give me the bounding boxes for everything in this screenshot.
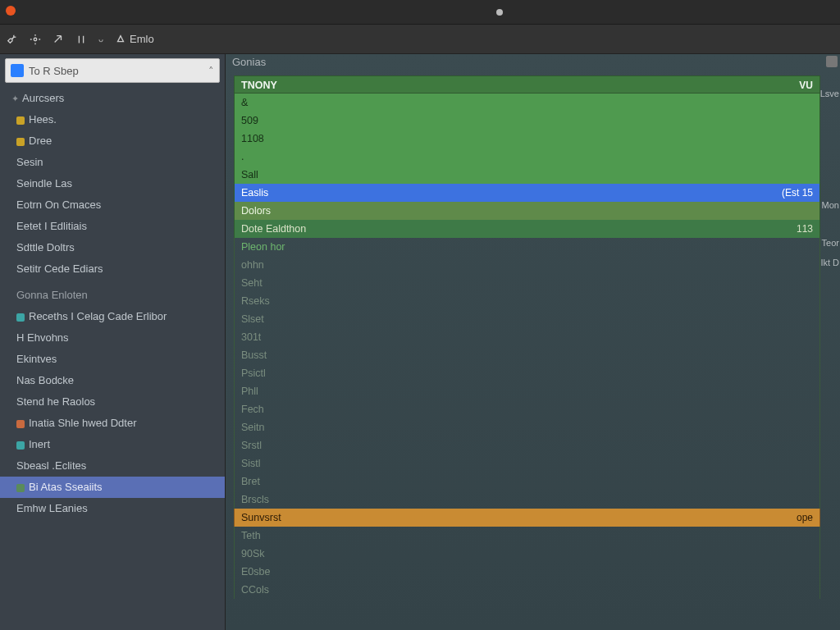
cell-left: . <box>241 148 244 166</box>
folder-icon <box>16 484 25 492</box>
rail-label-2[interactable]: Mon <box>822 200 839 210</box>
grid-row[interactable]: ohhn <box>234 256 820 274</box>
tool-tiny-icon[interactable]: ᴗ <box>98 34 103 43</box>
cell-left: 509 <box>241 112 258 130</box>
search-glyph-icon <box>11 64 24 77</box>
sidebar-item[interactable]: Hees. <box>0 109 225 130</box>
sidebar-item[interactable]: ✦Aurcsers <box>0 88 225 109</box>
sidebar-item-label: Setitr Cede Ediars <box>16 262 103 275</box>
grid-row[interactable]: Brscls <box>234 491 820 509</box>
grid-row[interactable]: 90Sk <box>234 545 820 563</box>
sidebar-item[interactable]: Seindle Las <box>0 173 225 194</box>
sidebar-item-label: Dree <box>29 135 52 147</box>
sidebar-item[interactable]: Receths I Celag Cade Erlibor <box>0 306 225 327</box>
grid-row[interactable]: Seht <box>234 274 820 292</box>
sidebar-item[interactable]: Eetet I Edlitiais <box>0 216 225 237</box>
cell-left: Sistl <box>241 454 261 472</box>
sidebar-item[interactable]: Bi Atas Sseaiits <box>0 477 225 498</box>
cell-left: CCols <box>241 581 269 599</box>
grid-row[interactable]: Rseks <box>234 292 820 310</box>
sidebar-item[interactable]: Dree <box>0 130 225 152</box>
sidebar-item-label: Bi Atas Sseaiits <box>29 481 103 493</box>
pause-icon[interactable] <box>75 34 87 45</box>
sidebar-item-label: Inert <box>29 438 50 450</box>
grid-row[interactable]: 509 <box>234 112 820 130</box>
grid-row[interactable]: E0sbe <box>234 563 820 581</box>
grid-row[interactable]: Phll <box>234 382 820 400</box>
rail-label-4[interactable]: Ikt D <box>820 258 839 267</box>
grid-row[interactable]: 301t <box>234 328 820 346</box>
sidebar-item-label: Eotrn On Cmaces <box>16 199 101 211</box>
sidebar-item[interactable]: Gonna Enloten <box>0 285 225 306</box>
sidebar-item[interactable]: Emhw LEanies <box>0 498 225 519</box>
sidebar-item-label: Aurcsers <box>22 92 64 104</box>
sidebar-item[interactable]: Sbeasl .Eclites <box>0 455 225 477</box>
grid-row[interactable]: Sall <box>234 166 820 184</box>
grid-row[interactable]: CCols <box>234 581 820 599</box>
arrow-up-icon[interactable] <box>52 34 64 45</box>
cell-left: 1108 <box>241 130 264 148</box>
cell-left: Bret <box>241 472 260 491</box>
svg-point-0 <box>34 38 37 41</box>
sidebar-item[interactable]: Stend he Raolos <box>0 391 225 413</box>
grid-row[interactable]: Bret <box>234 472 820 491</box>
grid-row[interactable]: & <box>234 94 820 112</box>
grid-row[interactable]: Slset <box>234 310 820 328</box>
cell-left: Busst <box>241 346 267 364</box>
title-bar[interactable] <box>0 0 840 25</box>
toolbar-menu[interactable]: Emlo <box>115 33 154 45</box>
grid-subheader[interactable]: Dote Ealdthon113 <box>234 220 820 238</box>
window-close-icon[interactable] <box>6 6 16 16</box>
grid-row[interactable]: . <box>234 148 820 166</box>
sidebar-item[interactable]: Nas Bodcke <box>0 370 225 391</box>
cell-left: Easlis <box>241 184 268 202</box>
sidebar-item[interactable]: H Ehvohns <box>0 327 225 349</box>
grid-row[interactable]: Busst <box>234 346 820 364</box>
sidebar-item[interactable]: Sesin <box>0 152 225 173</box>
cell-left: Sunvsrst <box>241 509 281 527</box>
grid-row[interactable]: Fech <box>234 400 820 418</box>
sidebar-item[interactable]: Eotrn On Cmaces <box>0 194 225 216</box>
sidebar-item[interactable]: Ekintves <box>0 349 225 370</box>
folder-icon <box>16 313 25 322</box>
grid-view: TNONYVU&5091108.SallEaslis(Est 15DolorsD… <box>234 75 820 599</box>
toolbar: ᴗ Emlo <box>0 25 840 54</box>
rail-icon[interactable] <box>826 56 838 67</box>
cell-left: Phll <box>241 382 258 400</box>
sidebar-item[interactable]: Inert <box>0 434 225 455</box>
grid-row[interactable]: Seitn <box>234 418 820 436</box>
grid-row[interactable]: 1108 <box>234 130 820 148</box>
sidebar-item-label: Seindle Las <box>16 177 72 189</box>
grid-row[interactable]: Psictl <box>234 364 820 382</box>
cell-left: & <box>241 94 248 112</box>
grid-row-selected[interactable]: Easlis(Est 15 <box>234 184 820 202</box>
search-box[interactable]: To R Sbep ˄ <box>5 58 220 83</box>
cell-left: E0sbe <box>241 563 270 581</box>
sidebar-item-label: Stend he Raolos <box>16 395 95 408</box>
grid-row[interactable]: Teth <box>234 527 820 545</box>
rail-label-3[interactable]: Teor <box>822 238 839 248</box>
sidebar-item[interactable]: Inatia Shle hwed Ddter <box>0 413 225 434</box>
toolbar-menu-label: Emlo <box>130 33 154 45</box>
gear-icon[interactable] <box>30 34 41 45</box>
sidebar-item-label: Emhw LEanies <box>16 502 88 514</box>
sidebar-item[interactable]: Setitr Cede Ediars <box>0 258 225 280</box>
cell-left: Dote Ealdthon <box>241 220 306 238</box>
grid-header[interactable]: TNONYVU <box>234 75 820 94</box>
chevron-up-icon[interactable]: ˄ <box>208 65 214 77</box>
grid-row[interactable]: Sistl <box>234 454 820 472</box>
tab-label[interactable]: Gonias <box>232 56 266 68</box>
wrench-icon[interactable] <box>7 34 18 45</box>
grid-row[interactable]: Pleon hor <box>234 238 820 256</box>
sidebar-item-label: Eetet I Edlitiais <box>16 220 87 232</box>
cell-left: ohhn <box>241 256 264 274</box>
cell-left: Srstl <box>241 436 262 454</box>
grid-row[interactable]: Srstl <box>234 436 820 454</box>
grid-separator[interactable]: Sunvsrstope <box>234 509 820 527</box>
sidebar-item[interactable]: Sdttle Doltrs <box>0 237 225 258</box>
grid-subheader[interactable]: Dolors <box>234 202 820 220</box>
main-panel: Gonias R Lsve Mon Teor Ikt D TNONYVU&509… <box>226 54 840 630</box>
cell-left: Psictl <box>241 364 266 382</box>
sidebar: To R Sbep ˄ ✦AurcsersHees.DreeSesinSeind… <box>0 54 226 630</box>
rail-label-1[interactable]: Lsve <box>820 89 839 98</box>
